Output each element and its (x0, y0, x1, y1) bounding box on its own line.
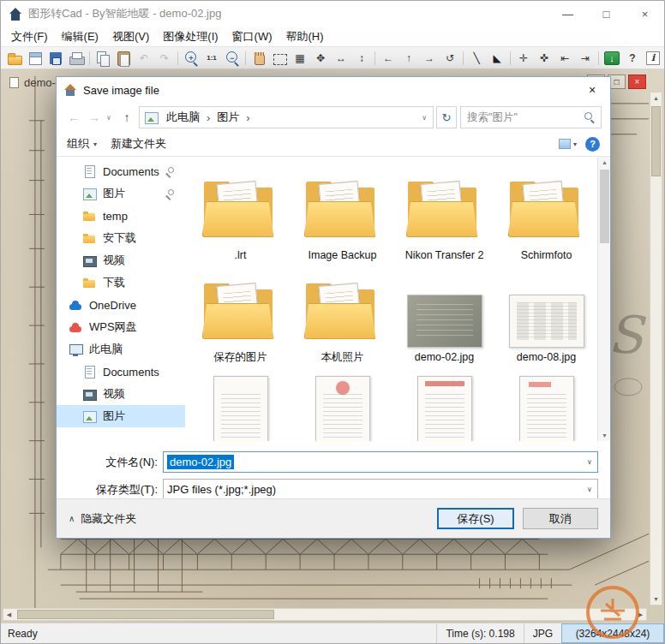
history-dropdown-icon[interactable]: ∨ (106, 114, 115, 122)
menu-item[interactable]: 帮助(H) (279, 27, 331, 47)
zoom-in-icon[interactable]: + (182, 50, 201, 67)
last-point-icon[interactable]: ⇥ (576, 50, 595, 67)
file-tile-Image Backup[interactable]: Image Backup (292, 164, 392, 262)
sidebar-item-OneDrive[interactable]: OneDrive (57, 294, 185, 316)
zoom-actual-icon[interactable]: 1:1 (202, 50, 221, 67)
breadcrumb-item[interactable]: 此电脑 (163, 108, 203, 127)
view-mode-button[interactable]: ▾ (559, 139, 577, 149)
file-tile[interactable] (496, 367, 596, 441)
caret-down-icon: ▾ (93, 140, 97, 148)
dialog-close-button[interactable]: × (574, 77, 610, 103)
sidebar-item-Documents[interactable]: Documents (57, 361, 185, 383)
scroll-right-icon[interactable]: ▶ (635, 609, 646, 620)
sidebar-item-图片[interactable]: 图片 (57, 182, 185, 205)
file-tile-Nikon Transfer 2[interactable]: Nikon Transfer 2 (394, 164, 494, 262)
help-icon[interactable]: ? (623, 50, 642, 67)
menu-item[interactable]: 图像处理(I) (156, 27, 225, 47)
breadcrumb-item[interactable]: 图片 (213, 108, 243, 127)
back-button[interactable]: ← (65, 110, 82, 124)
sidebar-item-temp[interactable]: temp (57, 205, 185, 227)
filetype-select[interactable]: JPG files (*.jpg;*.jpeg) ∨ (163, 479, 598, 500)
filetype-dropdown-icon[interactable]: ∨ (582, 480, 597, 499)
open-icon[interactable] (5, 50, 24, 67)
vertical-scrollbar[interactable]: ▲ ▼ (650, 92, 662, 605)
arrow-left-icon[interactable]: ← (379, 50, 398, 67)
scroll-down-icon[interactable]: ▼ (650, 593, 662, 605)
cancel-button[interactable]: 取消 (523, 508, 598, 529)
search-box[interactable]: 搜索"图片" (460, 106, 602, 128)
file-tile-本机照片[interactable]: 本机照片 (292, 265, 392, 364)
scroll-up-icon[interactable]: ▲ (650, 92, 662, 104)
sidebar-item-下载[interactable]: 下载 (57, 271, 185, 294)
refresh-button[interactable]: ↻ (436, 106, 457, 128)
save-icon[interactable] (46, 50, 65, 67)
move-icon[interactable]: ✥ (311, 50, 330, 67)
file-tile-保存的图片[interactable]: 保存的图片 (190, 265, 291, 364)
file-tile[interactable] (394, 367, 494, 441)
crosshair-a-icon[interactable]: ✛ (514, 50, 533, 67)
scroll-left-icon[interactable]: ◀ (3, 609, 15, 620)
child-close-button[interactable]: × (628, 75, 646, 89)
redo-icon[interactable]: ↷ (155, 50, 174, 67)
address-dropdown-icon[interactable]: ∨ (422, 114, 428, 122)
arrow-up-icon[interactable]: ↑ (399, 50, 418, 67)
draw-line-icon[interactable]: ╲ (467, 50, 486, 67)
forward-button[interactable]: → (86, 110, 103, 124)
new-folder-button[interactable]: 新建文件夹 (111, 136, 166, 152)
file-tile-demo-08.jpg[interactable]: demo-08.jpg (496, 265, 596, 364)
up-button[interactable]: ↑ (118, 110, 135, 124)
file-tile-.lrt[interactable]: .lrt (190, 164, 291, 262)
fill-triangle-icon[interactable]: ◣ (488, 50, 506, 67)
first-point-icon[interactable]: ⇤ (555, 50, 574, 67)
copy-icon[interactable] (93, 50, 112, 67)
grid-icon[interactable]: ▦ (291, 50, 309, 67)
sidebar-item-图片[interactable]: 图片 (57, 405, 185, 427)
file-tile-demo-02.jpg[interactable]: demo-02.jpg (394, 265, 494, 364)
save-button[interactable]: 保存(S) (437, 508, 514, 529)
menu-item[interactable]: 窗口(W) (225, 27, 279, 47)
stretch-v-icon[interactable]: ↕ (352, 50, 371, 67)
menu-item[interactable]: 视图(V) (105, 27, 156, 47)
menu-item[interactable]: 编辑(E) (55, 27, 105, 47)
stretch-h-icon[interactable]: ↔ (332, 50, 350, 67)
sidebar-item-视频[interactable]: 视频 (57, 383, 185, 405)
print-icon[interactable] (67, 50, 86, 67)
organize-button[interactable]: 组织 ▾ (67, 136, 97, 152)
file-tile[interactable] (292, 367, 392, 441)
rotate-icon[interactable]: ↺ (440, 50, 459, 67)
sidebar-item-此电脑[interactable]: 此电脑 (57, 338, 185, 361)
status-dimensions: (3264x2448x24) (561, 623, 664, 643)
file-tile[interactable] (190, 367, 291, 441)
undo-icon[interactable]: ↶ (135, 50, 153, 67)
paste-icon[interactable] (114, 50, 133, 67)
address-bar[interactable]: 此电脑›图片› ∨ (139, 106, 434, 128)
sidebar-item-WPS网盘[interactable]: WPS网盘 (57, 316, 185, 338)
maximize-button[interactable]: □ (587, 1, 626, 27)
sidebar-item-Documents[interactable]: Documents (57, 160, 185, 182)
zoom-out-icon[interactable]: − (223, 50, 242, 67)
filename-dropdown-icon[interactable]: ∨ (582, 452, 597, 472)
scroll-up-icon[interactable]: ▲ (598, 157, 610, 168)
crosshair-b-icon[interactable]: ✜ (535, 50, 554, 67)
new-window-icon[interactable] (26, 50, 45, 67)
menu-item[interactable]: 文件(F) (4, 27, 55, 47)
sidebar-item-安下载[interactable]: 安下载 (57, 227, 185, 249)
file-list-scrollbar-thumb[interactable] (600, 170, 609, 243)
scroll-down-icon[interactable]: ▼ (598, 430, 610, 441)
export-icon[interactable]: ↓ (602, 50, 621, 67)
close-button[interactable]: × (626, 1, 664, 27)
vertical-scrollbar-thumb[interactable] (651, 106, 661, 176)
arrow-right-icon[interactable]: → (420, 50, 439, 67)
horizontal-scrollbar-thumb[interactable] (17, 610, 274, 619)
pan-icon[interactable] (249, 50, 268, 67)
help-button[interactable]: ? (585, 137, 600, 152)
file-list-scrollbar[interactable]: ▲ ▼ (597, 157, 610, 441)
horizontal-scrollbar[interactable]: ◀ ▶ (3, 608, 647, 621)
select-region-icon[interactable] (270, 50, 289, 67)
sidebar-item-视频[interactable]: 视频 (57, 249, 185, 271)
filename-input[interactable]: demo-02.jpg ∨ (163, 451, 598, 473)
minimize-button[interactable]: — (548, 1, 587, 27)
info-icon[interactable]: i (644, 50, 662, 67)
hide-folders-button[interactable]: ∧ 隐藏文件夹 (69, 511, 136, 527)
file-tile-Schirmfoto[interactable]: Schirmfoto (496, 164, 596, 262)
